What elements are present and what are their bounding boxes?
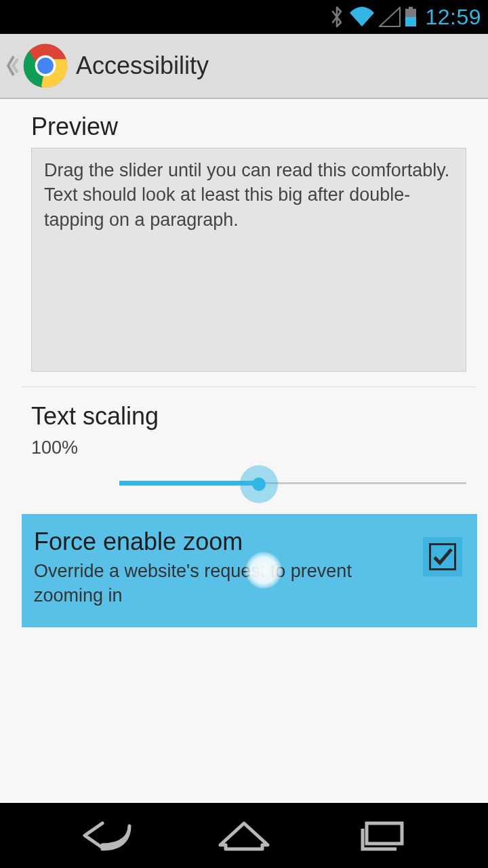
battery-icon — [405, 7, 417, 27]
force-enable-zoom-row[interactable]: Force enable zoom Override a website's r… — [22, 514, 477, 627]
svg-point-6 — [37, 58, 54, 74]
checkbox-inner — [429, 543, 456, 570]
svg-rect-2 — [405, 17, 416, 26]
content: Preview Drag the slider until you can re… — [0, 99, 488, 803]
slider-thumb-icon — [252, 477, 266, 491]
wifi-icon — [349, 7, 375, 27]
back-chevron-icon — [4, 50, 19, 82]
preview-heading: Preview — [31, 113, 466, 141]
app-header[interactable]: Accessibility — [0, 34, 488, 99]
nav-back-button[interactable] — [79, 818, 138, 853]
checkmark-icon — [431, 545, 454, 568]
svg-rect-7 — [367, 823, 402, 844]
status-clock: 12:59 — [425, 5, 481, 30]
bluetooth-icon — [329, 5, 345, 28]
system-nav-bar — [0, 803, 488, 868]
text-scaling-heading: Text scaling — [31, 402, 466, 431]
slider-fill — [119, 481, 258, 486]
svg-rect-0 — [409, 7, 413, 9]
preview-text: Drag the slider until you can read this … — [44, 160, 449, 230]
text-scaling-section: Text scaling 100% — [0, 387, 488, 503]
status-icons — [329, 5, 417, 28]
nav-recent-button[interactable] — [350, 818, 409, 853]
text-scaling-slider[interactable] — [31, 462, 466, 503]
nav-home-button[interactable] — [215, 818, 273, 853]
preview-box: Drag the slider until you can read this … — [31, 148, 466, 372]
text-scaling-value: 100% — [31, 437, 466, 458]
force-enable-zoom-subtitle: Override a website's request to prevent … — [34, 559, 412, 608]
status-bar: 12:59 — [0, 0, 488, 34]
preview-section: Preview Drag the slider until you can re… — [0, 99, 488, 372]
force-enable-zoom-title: Force enable zoom — [34, 528, 412, 556]
force-enable-zoom-text: Force enable zoom Override a website's r… — [34, 528, 423, 608]
chrome-logo-icon — [22, 42, 69, 90]
cell-signal-icon — [379, 7, 401, 27]
force-enable-zoom-checkbox[interactable] — [423, 537, 462, 576]
page-title: Accessibility — [76, 52, 209, 80]
